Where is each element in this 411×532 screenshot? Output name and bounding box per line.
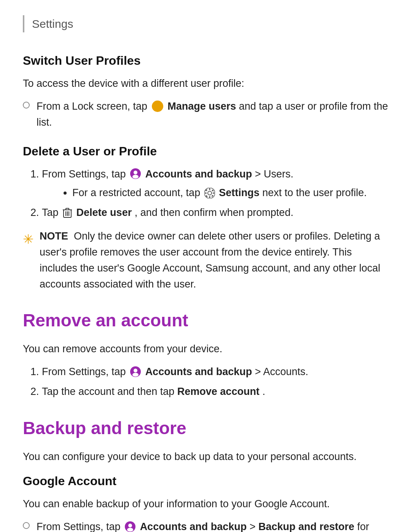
- manage-users-icon: [152, 101, 163, 112]
- note-content: NOTE Only the device owner can delete ot…: [40, 228, 388, 292]
- delete-trash-icon: [63, 208, 72, 218]
- note-block: ✳ NOTE Only the device owner can delete …: [23, 228, 388, 292]
- delete-step-2: Tap Delete user , and then confirm when …: [42, 205, 388, 221]
- svg-rect-6: [209, 196, 210, 198]
- page-header: Settings: [23, 15, 388, 32]
- delete-user-section: Delete a User or Profile From Settings, …: [23, 142, 388, 292]
- circle-bullet-2: [23, 522, 30, 529]
- delete-sub-item: For a restricted account, tap: [72, 185, 388, 201]
- svg-rect-5: [209, 188, 210, 190]
- svg-point-24: [127, 528, 133, 532]
- svg-point-23: [128, 524, 132, 527]
- accounts-backup-icon-3: [125, 521, 135, 532]
- svg-rect-8: [213, 193, 215, 194]
- google-account-heading: Google Account: [23, 472, 388, 490]
- accounts-backup-icon-2: [130, 366, 141, 377]
- switch-user-profiles-section: Switch User Profiles To access the devic…: [23, 51, 388, 131]
- switch-user-bullet: From a Lock screen, tap Manage users and…: [23, 99, 388, 131]
- google-account-bullet-text: From Settings, tap Accounts and backup >…: [37, 519, 388, 532]
- svg-point-21: [132, 373, 139, 377]
- svg-rect-15: [66, 208, 69, 210]
- delete-user-heading: Delete a User or Profile: [23, 142, 388, 160]
- accounts-backup-icon: [130, 168, 141, 179]
- delete-sub-list: For a restricted account, tap: [72, 185, 388, 201]
- remove-step-2: Tap the account and then tap Remove acco…: [42, 384, 388, 400]
- delete-step-1: From Settings, tap Accounts and backup >…: [42, 166, 388, 201]
- delete-user-steps: From Settings, tap Accounts and backup >…: [42, 166, 388, 221]
- svg-rect-12: [211, 195, 213, 197]
- svg-point-1: [134, 171, 137, 174]
- backup-restore-section: Backup and restore You can configure you…: [23, 415, 388, 532]
- remove-step-1: From Settings, tap Accounts and backup >…: [42, 364, 388, 380]
- google-account-intro: You can enable backup of your informatio…: [23, 496, 388, 512]
- svg-point-2: [132, 175, 139, 179]
- remove-account-steps: From Settings, tap Accounts and backup >…: [42, 364, 388, 400]
- backup-restore-intro: You can configure your device to back up…: [23, 449, 388, 465]
- backup-restore-heading: Backup and restore: [23, 415, 388, 441]
- switch-user-bullet-text: From a Lock screen, tap Manage users and…: [37, 99, 388, 131]
- google-account-bullet: From Settings, tap Accounts and backup >…: [23, 519, 388, 532]
- svg-point-20: [134, 369, 137, 372]
- remove-account-heading: Remove an account: [23, 307, 388, 334]
- remove-account-intro: You can remove accounts from your device…: [23, 341, 388, 357]
- switch-user-profiles-intro: To access the device with a different us…: [23, 76, 388, 92]
- note-sun-icon: ✳: [23, 229, 33, 249]
- google-account-section: Google Account You can enable backup of …: [23, 472, 388, 532]
- svg-rect-7: [205, 193, 207, 194]
- svg-rect-10: [212, 190, 214, 192]
- circle-bullet-icon: [23, 102, 30, 109]
- switch-user-profiles-heading: Switch User Profiles: [23, 51, 388, 70]
- svg-point-4: [208, 191, 212, 195]
- page-title: Settings: [32, 18, 73, 30]
- remove-account-section: Remove an account You can remove account…: [23, 307, 388, 400]
- settings-gear-icon: [204, 188, 215, 198]
